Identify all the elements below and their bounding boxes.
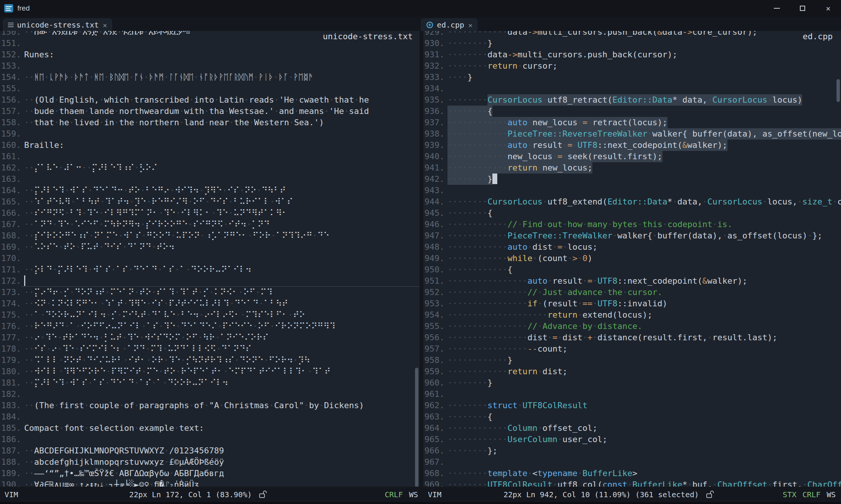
code-line[interactable]: 969.········UTF8ColResult·utf8_col(const… bbox=[423, 479, 841, 487]
code-line[interactable]: 936.········{ bbox=[423, 106, 841, 117]
code-line[interactable]: 173.··⡍⠔⠙⠖·⡊·⠙⠕⠝⠰⠞·⠍⠑⠁⠝·⠞⠕·⠎⠁⠹·⠹⠁⠞·⡊·⠅⠝⠪… bbox=[0, 287, 420, 298]
code-line[interactable]: 178.··⠊⠎·⠔·⠹⠑·⠎⠊⠍⠊⠇⠑⠆·⠁⠝⠙·⠍⠹·⠥⠝⠙⠁⠇⠇⠪⠫·⠙⠁… bbox=[0, 343, 420, 355]
code-line[interactable]: 956.················dist·=·dist·+·distan… bbox=[423, 332, 841, 343]
code-line[interactable]: 947.············PieceTree::TreeWalker·wa… bbox=[423, 230, 841, 241]
code-line[interactable]: 944.········CursorLocus·utf8_extend(Edit… bbox=[423, 196, 841, 207]
code-line[interactable]: 952.················//·Just·advance·the·… bbox=[423, 287, 841, 298]
code-line[interactable]: 158.··that·he·lived·in·the·northern·land… bbox=[0, 117, 420, 128]
pane-divider[interactable] bbox=[420, 31, 423, 487]
code-line[interactable]: 188.··abcdefghijklmnopqrstuvwxyz·£©µÀÆÖÞ… bbox=[0, 456, 420, 468]
code-line[interactable]: 160.Braille: bbox=[0, 140, 420, 151]
code-line[interactable]: 950.············{ bbox=[423, 264, 841, 275]
tab-close-button[interactable]: ✕ bbox=[103, 21, 107, 29]
code-line[interactable]: 966.········}; bbox=[423, 445, 841, 456]
code-line[interactable]: 187.··ABCDEFGHIJKLMNOPQRSTUVWXYZ·/012345… bbox=[0, 445, 420, 456]
code-line[interactable]: 168.··⡎⠊⠗⠕⠕⠛⠑⠰⠎·⠝⠁⠍⠑·⠺⠁⠎·⠛⠕⠕⠙·⠥⠏⠕⠝·⠰⡡⠁⠝⠛… bbox=[0, 230, 420, 241]
code-line[interactable]: 157.··bude·thaem·lande·northweardum·with… bbox=[0, 106, 420, 117]
code-line[interactable]: 953.················if·(result·==·UTF8::… bbox=[423, 298, 841, 309]
code-line[interactable]: 949.············while·(count·>·0) bbox=[423, 253, 841, 264]
code-line[interactable]: 942.········} bbox=[423, 174, 841, 185]
code-line[interactable]: 154.··ᚻᛖ·ᚳᚹᚫᚦ·ᚦᚫᛏ·ᚻᛖ·ᛒᚢᛞᛖ·ᚩᚾ·ᚦᚫᛗ·ᛚᚪᚾᛞᛖ·ᚾ… bbox=[0, 72, 420, 83]
code-line[interactable]: 932.········return·cursor; bbox=[423, 60, 841, 72]
editor-pane-left[interactable]: 150.··ሰው·እንደቤቱ·እንጅ·እንደ·ጉረቤቱ·አይተዳደርም።151.… bbox=[0, 31, 420, 487]
code-line[interactable]: 177.··⠔·⠹⠑·⠞⠗⠁⠙⠑⠲·⡃⠥⠞·⠹⠑·⠺⠊⠎⠙⠕⠍·⠕⠋·⠳⠗·⠁⠝… bbox=[0, 332, 420, 343]
code-line[interactable]: 166.··⠎⠊⠛⠝⠫·⠃⠹·⠹⠑·⠊⠇⠻⠛⠹⠍⠁⠝⠂·⠹⠑·⠊⠇⠻⠅⠂·⠹⠑·… bbox=[0, 207, 420, 219]
tab-ed-cpp[interactable]: ed.cpp ✕ bbox=[421, 18, 477, 31]
close-button[interactable]: ✕ bbox=[815, 0, 841, 17]
code-line[interactable]: 960.········} bbox=[423, 377, 841, 389]
scrollbar-left[interactable] bbox=[414, 31, 420, 487]
tab-close-button[interactable]: ✕ bbox=[468, 21, 472, 29]
code-line[interactable]: 964.············Column·offset_col; bbox=[423, 423, 841, 434]
maximize-button[interactable] bbox=[790, 0, 815, 17]
code-line[interactable]: 934. bbox=[423, 83, 841, 94]
code-line[interactable]: 929.············data->multi_cursors.push… bbox=[423, 31, 841, 38]
code-line[interactable]: 190.··∀∂∈ℝ∧∪≡∞·↑↗↨↻⇣·┐┼╔╘░►☺♀·ﬁ�⑀₂ἠḂӥÜʒ bbox=[0, 479, 420, 487]
code-line[interactable]: 951.················auto·result·=·UTF8::… bbox=[423, 275, 841, 287]
code-line[interactable]: 961. bbox=[423, 389, 841, 400]
code-line[interactable]: 156.··(Old·English,·which·transcribed·in… bbox=[0, 94, 420, 106]
code-line[interactable]: 175.··⠁·⠙⠕⠕⠗⠤⠝⠁⠊⠇⠲·⡊·⠍⠊⠣⠞·⠙⠁⠧⠑·⠃⠑⠲·⠔⠊⠇⠔⠫… bbox=[0, 309, 420, 321]
line-text: ················auto·result·=·UTF8::next… bbox=[444, 275, 841, 287]
code-line[interactable]: 930.········} bbox=[423, 38, 841, 49]
whitespace-dots: · bbox=[204, 106, 209, 116]
code-line[interactable]: 163. bbox=[0, 174, 420, 185]
code-line[interactable]: 945.········{ bbox=[423, 207, 841, 219]
code-line[interactable]: 963.········{ bbox=[423, 411, 841, 423]
code-line[interactable]: 967. bbox=[423, 456, 841, 468]
code-line[interactable]: 172. bbox=[0, 275, 420, 287]
code-line[interactable]: 174.··⠪⠝·⠅⠝⠪⠇⠫⠛⠑⠂·⠱⠁⠞·⠹⠻⠑·⠊⠎·⠏⠜⠞⠊⠊⠥⠇⠜⠇⠹·… bbox=[0, 298, 420, 309]
code-line[interactable]: 948.············auto·dist·=·locus; bbox=[423, 241, 841, 253]
code-line[interactable]: 180.··⠺⠊⠇⠇·⠹⠻⠑⠋⠕⠗⠑·⠏⠻⠍⠊⠞·⠍⠑·⠞⠕·⠗⠑⠏⠑⠁⠞⠂·⠑… bbox=[0, 366, 420, 377]
whitespace-dots: · bbox=[158, 321, 163, 331]
status-flag-ws: WS bbox=[827, 490, 836, 499]
code-line[interactable]: 186. bbox=[0, 434, 420, 445]
code-line[interactable]: 184. bbox=[0, 411, 420, 423]
code-line[interactable]: 155. bbox=[0, 83, 420, 94]
code-line[interactable]: 933.····} bbox=[423, 72, 841, 83]
code-line[interactable]: 182. bbox=[0, 389, 420, 400]
code-line[interactable]: 955.················//·Advance·by·distan… bbox=[423, 321, 841, 332]
code-line[interactable]: 152.Runes: bbox=[0, 49, 420, 60]
code-line[interactable]: 954.····················return·extend(lo… bbox=[423, 309, 841, 321]
code-line[interactable]: 939.············auto·result·=·UTF8::next… bbox=[423, 140, 841, 151]
code-line[interactable]: 941.············return·new_locus; bbox=[423, 162, 841, 174]
tab-unicode-stress-txt[interactable]: unicode-stress.txt ✕ bbox=[3, 18, 112, 31]
code-line[interactable]: 959.············return·dist; bbox=[423, 366, 841, 377]
code-line[interactable]: 957.················--count; bbox=[423, 343, 841, 355]
syntax-token: is. bbox=[717, 220, 732, 229]
editor-pane-right[interactable]: 929.············data->multi_cursors.push… bbox=[423, 31, 841, 487]
code-line[interactable]: 931.········data->multi_cursors.push_bac… bbox=[423, 49, 841, 60]
code-line[interactable]: 185.Compact·font·selection·example·text: bbox=[0, 423, 420, 434]
code-line[interactable]: 968.········template·<typename·BufferLik… bbox=[423, 468, 841, 479]
code-line[interactable]: 159. bbox=[0, 128, 420, 140]
code-line[interactable]: 937.············auto·new_locus·=·retract… bbox=[423, 117, 841, 128]
code-line[interactable]: 962.········struct·UTF8ColResult bbox=[423, 400, 841, 411]
code-line[interactable]: 943. bbox=[423, 185, 841, 196]
scrollbar-right[interactable] bbox=[836, 31, 841, 487]
code-line[interactable]: 153. bbox=[0, 60, 420, 72]
code-line[interactable]: 189.··–—‘“”„†•…‰™œŠŸž€·ΑΒΓΔΩαβγδω·АБВГДа… bbox=[0, 468, 420, 479]
code-line[interactable]: 169.··⠡⠕⠎⠑·⠞⠕·⠏⠥⠞·⠙⠊⠎·⠙⠁⠝⠙·⠞⠕⠲ bbox=[0, 241, 420, 253]
code-line[interactable]: 958.············} bbox=[423, 355, 841, 366]
code-line[interactable]: 170. bbox=[0, 253, 420, 264]
scrollbar-thumb[interactable] bbox=[836, 79, 840, 102]
code-line[interactable]: 940.············new_locus·=·seek(result.… bbox=[423, 151, 841, 162]
code-line[interactable]: 946.············//·Find·out·how·many·byt… bbox=[423, 219, 841, 230]
code-line[interactable]: 162.··⡌⠁⠧⠑·⠼⠁⠒··⡍⠜⠇⠑⠹⠰⠎·⡣⠕⠌ bbox=[0, 162, 420, 174]
code-line[interactable]: 183.··(The·first·couple·of·paragraphs·of… bbox=[0, 400, 420, 411]
code-line[interactable]: 165.··⠱⠁⠞⠑⠧⠻·⠁⠃⠳⠞·⠹⠁⠞⠲·⡹⠑·⠗⠑⠛⠊⠌⠻·⠕⠋·⠙⠊⠎·… bbox=[0, 196, 420, 207]
code-line[interactable]: 161. bbox=[0, 151, 420, 162]
code-line[interactable]: 167.··⠁⠝⠙·⠹⠑·⠡⠊⠑⠋·⠍⠳⠗⠝⠻⠲·⡎⠊⠗⠕⠕⠛⠑·⠎⠊⠛⠝⠫·⠊… bbox=[0, 219, 420, 230]
code-line[interactable]: 181.··⡍⠜⠇⠑⠹·⠺⠁⠎·⠁⠎·⠙⠑⠁⠙·⠁⠎·⠁·⠙⠕⠕⠗⠤⠝⠁⠊⠇⠲ bbox=[0, 377, 420, 389]
code-line[interactable]: 164.··⡍⠜⠇⠑⠹·⠺⠁⠎·⠙⠑⠁⠙⠒·⠞⠕·⠃⠑⠛⠔·⠺⠊⠹⠲·⡹⠻⠑·⠊… bbox=[0, 185, 420, 196]
scrollbar-thumb[interactable] bbox=[415, 368, 418, 487]
code-line[interactable]: 171.··⡕⠇⠙·⡍⠜⠇⠑⠹·⠺⠁⠎·⠁⠎·⠙⠑⠁⠙·⠁⠎·⠁·⠙⠕⠕⠗⠤⠝⠁… bbox=[0, 264, 420, 275]
line-number: 187. bbox=[0, 445, 21, 456]
minimize-button[interactable] bbox=[764, 0, 790, 17]
code-line[interactable]: 179.··⠩⠁⠇⠇·⠝⠕⠞·⠙⠊⠌⠥⠗⠃·⠊⠞⠂·⠕⠗·⠹⠑·⡊⠳⠝⠞⠗⠹⠰⠎… bbox=[0, 355, 420, 366]
code-line[interactable]: 176.··⠗⠑⠛⠜⠙·⠁·⠊⠕⠋⠋⠔⠤⠝⠁⠊⠇·⠁⠎·⠹⠑·⠙⠑⠁⠙⠑⠌·⠏⠊… bbox=[0, 321, 420, 332]
code-line[interactable]: 938.············PieceTree::ReverseTreeWa… bbox=[423, 128, 841, 140]
code-line[interactable]: 935.········CursorLocus·utf8_retract(Edi… bbox=[423, 94, 841, 106]
code-line[interactable]: 965.············UserColumn·user_col; bbox=[423, 434, 841, 445]
